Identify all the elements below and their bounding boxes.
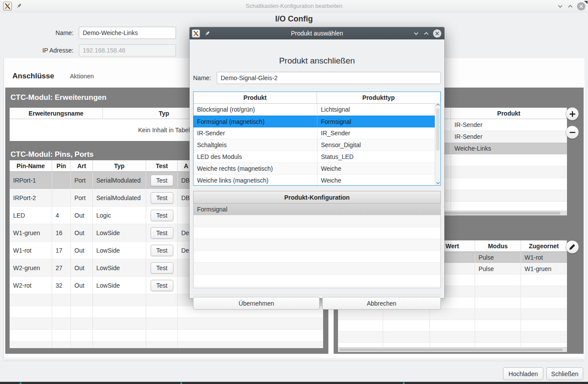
maximize-icon[interactable] (567, 4, 574, 9)
horizontal-scrollbar[interactable] (338, 347, 567, 352)
col-erweiterungsname[interactable]: Erweiterungsname (10, 108, 103, 119)
table-row-empty[interactable] (10, 318, 323, 330)
config-row-selected[interactable]: Formsignal (194, 204, 440, 215)
cell-empty (430, 320, 475, 331)
cell-empty (521, 297, 567, 308)
maximize-icon[interactable] (423, 31, 430, 36)
cell-produkt: IR-Sender (451, 119, 567, 130)
table-row[interactable]: Blocksignal (rot/grün) Lichtsignal (194, 104, 440, 116)
cell-empty (451, 155, 567, 166)
cell-empty (93, 330, 146, 341)
col-produkt[interactable]: Produkt (194, 92, 317, 104)
table-row-empty[interactable] (338, 331, 567, 343)
cancel-button[interactable]: Abbrechen (322, 297, 441, 310)
close-icon[interactable] (433, 29, 441, 38)
table-row-empty[interactable] (338, 320, 567, 331)
scroll-down-icon (436, 182, 440, 184)
cell-typ: LowSide (93, 259, 146, 276)
table-row[interactable]: IR-Sender IR_Sender (194, 127, 440, 139)
scrollbar-thumb[interactable] (339, 349, 563, 351)
upload-button[interactable]: Hochladen (503, 367, 543, 380)
minimize-icon[interactable] (413, 31, 419, 36)
cell-produkttyp: Lichtsignal (317, 104, 436, 115)
cell-empty (10, 306, 52, 317)
test-button[interactable]: Test (151, 210, 173, 221)
test-button[interactable]: Test (151, 245, 173, 256)
tab-anschluesse[interactable]: Anschlüsse (5, 63, 61, 90)
cell-empty (338, 309, 383, 320)
cell-empty (430, 331, 475, 342)
test-button[interactable]: Test (151, 227, 173, 239)
col-typ[interactable]: Typ (93, 160, 146, 172)
tab-aktionen[interactable]: Aktionen (67, 63, 97, 88)
table-row-empty[interactable] (10, 342, 323, 348)
cell-empty (430, 309, 475, 320)
test-button[interactable]: Test (151, 262, 173, 274)
name-input[interactable] (79, 27, 176, 39)
col-modus[interactable]: Modus (475, 240, 521, 252)
dialog-divider (193, 295, 441, 295)
product-name-input[interactable] (217, 72, 441, 84)
config-row-empty[interactable] (194, 263, 440, 275)
cell-empty (451, 178, 567, 190)
col-produkttyp[interactable]: Produkttyp (317, 92, 440, 104)
add-product-button[interactable] (566, 107, 579, 120)
edit-assignment-button[interactable] (566, 240, 579, 254)
cell-zugeornet: W1-gruen (521, 263, 567, 274)
cell-typ: SerialModulated (93, 189, 146, 206)
table-row[interactable]: Weiche rechts (magnetisch) Weiche (194, 163, 440, 175)
config-row-empty[interactable] (194, 239, 440, 251)
col-art[interactable]: Art (71, 160, 93, 172)
plus-icon (569, 111, 576, 117)
apply-button[interactable]: Übernehmen (193, 297, 320, 310)
product-table: Produkt Produkttyp Blocksignal (rot/grün… (193, 92, 441, 186)
cell-empty (52, 342, 71, 348)
col-produkt[interactable]: Produkt (451, 108, 567, 119)
test-button[interactable]: Test (151, 192, 173, 204)
test-button[interactable]: Test (151, 175, 173, 186)
config-row-empty[interactable] (194, 275, 440, 286)
cell-empty (71, 306, 93, 317)
table-row[interactable]: LED des Moduls Status_LED (194, 151, 440, 163)
minimize-icon[interactable] (557, 4, 563, 9)
vertical-scrollbar[interactable] (435, 102, 440, 185)
cell-produkt: Formsignal (magnetisch) (194, 116, 317, 127)
cell-empty (93, 306, 146, 317)
close-button[interactable]: Schließen (546, 367, 583, 380)
cell-empty (10, 330, 52, 341)
close-icon[interactable] (577, 2, 585, 11)
test-button[interactable]: Test (151, 280, 173, 291)
table-row-empty[interactable] (10, 330, 323, 342)
cell-empty (178, 330, 323, 341)
col-zugeornet[interactable]: Zugeornet (521, 240, 567, 252)
product-select-dialog: Produkt auswählen Produkt anschließen Na… (190, 27, 444, 298)
table-row[interactable]: Schaltgleis Sensor_Digital (194, 139, 440, 151)
col-test[interactable]: Test (146, 160, 178, 172)
table-row-selected[interactable]: Formsignal (magnetisch) Formsignal (194, 116, 440, 127)
scroll-up-icon (436, 103, 440, 106)
col-pin[interactable]: Pin (52, 160, 71, 172)
cell-produkt: IR-Sender (451, 131, 567, 142)
cell-empty (521, 275, 567, 285)
config-row-empty[interactable] (194, 251, 440, 263)
col-pin-name[interactable]: Pin-Name (10, 160, 52, 172)
dialog-title: Produkt auswählen (190, 30, 444, 37)
remove-product-button[interactable] (566, 126, 579, 139)
background-dot (180, 382, 182, 384)
table-row-empty[interactable] (338, 309, 567, 320)
cell-empty (475, 320, 521, 331)
cell-empty (71, 330, 93, 341)
cell-pin-name: W1-gruen (10, 224, 52, 241)
table-row[interactable]: Weiche links (magnetisch) Weiche (194, 175, 440, 186)
cell-empty (178, 318, 323, 329)
config-row-empty[interactable] (194, 227, 440, 239)
cell-pin-name: IRPort-1 (10, 172, 52, 189)
cell-empty (52, 318, 71, 329)
cell-art: Port (71, 172, 93, 189)
dialog-body: Produkt anschließen Name: Produkt Produk… (190, 39, 444, 298)
scrollbar-thumb[interactable] (436, 109, 440, 151)
cell-produkttyp: Weiche (317, 163, 436, 174)
config-row-empty[interactable] (194, 215, 440, 227)
cell-empty (10, 294, 52, 306)
cell-produkttyp: Formsignal (317, 116, 436, 127)
